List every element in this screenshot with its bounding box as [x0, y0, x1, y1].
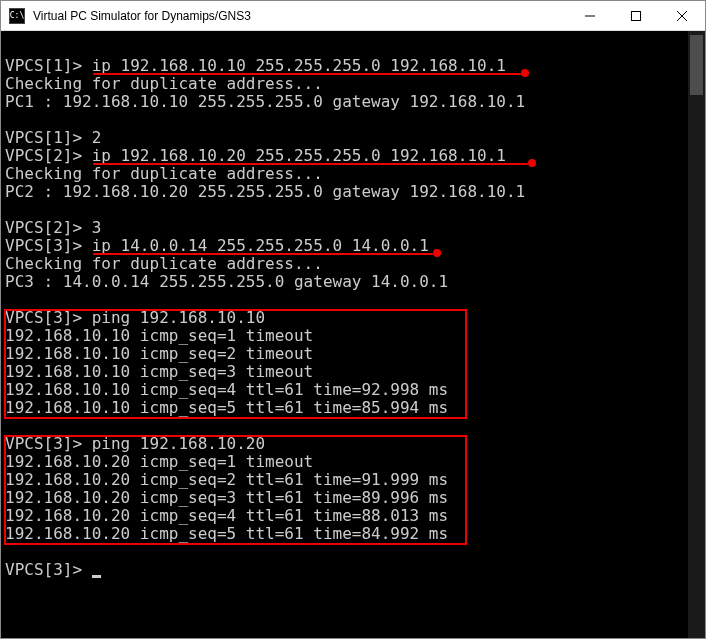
terminal-line: PC1 : 192.168.10.10 255.255.255.0 gatewa… — [5, 93, 684, 111]
terminal-line: Checking for duplicate address... — [5, 165, 684, 183]
close-icon — [677, 11, 687, 21]
terminal-line: 192.168.10.20 icmp_seq=3 ttl=61 time=89.… — [5, 489, 684, 507]
terminal-line: PC2 : 192.168.10.20 255.255.255.0 gatewa… — [5, 183, 684, 201]
window-controls — [567, 1, 705, 30]
terminal-line: VPCS[3]> ping 192.168.10.20 — [5, 435, 684, 453]
cursor — [92, 575, 101, 578]
annotation-dot — [528, 159, 536, 167]
terminal-line — [5, 201, 684, 219]
terminal-line: 192.168.10.20 icmp_seq=2 ttl=61 time=91.… — [5, 471, 684, 489]
terminal-line: 192.168.10.10 icmp_seq=1 timeout — [5, 327, 684, 345]
terminal-line: VPCS[3]> ping 192.168.10.10 — [5, 309, 684, 327]
terminal-line: VPCS[3]> — [5, 561, 684, 579]
maximize-button[interactable] — [613, 1, 659, 30]
terminal-line — [5, 543, 684, 561]
window-titlebar: C:\ Virtual PC Simulator for Dynamips/GN… — [1, 1, 705, 31]
terminal-line: VPCS[2]> 3 — [5, 219, 684, 237]
minimize-icon — [585, 11, 595, 21]
annotation-underline — [93, 253, 433, 255]
terminal-area: VPCS[1]> ip 192.168.10.10 255.255.255.0 … — [1, 31, 705, 638]
annotation-dot — [521, 69, 529, 77]
app-icon: C:\ — [9, 8, 25, 24]
terminal-line: 192.168.10.10 icmp_seq=3 timeout — [5, 363, 684, 381]
terminal-line — [5, 111, 684, 129]
terminal-line: PC3 : 14.0.0.14 255.255.255.0 gateway 14… — [5, 273, 684, 291]
annotation-underline — [93, 73, 521, 75]
maximize-icon — [631, 11, 641, 21]
scrollbar-thumb[interactable] — [690, 35, 703, 95]
terminal-line — [5, 291, 684, 309]
terminal-line: 192.168.10.20 icmp_seq=5 ttl=61 time=84.… — [5, 525, 684, 543]
scrollbar[interactable] — [688, 31, 705, 638]
terminal-line: 192.168.10.10 icmp_seq=5 ttl=61 time=85.… — [5, 399, 684, 417]
minimize-button[interactable] — [567, 1, 613, 30]
annotation-dot — [433, 249, 441, 257]
annotation-underline — [93, 163, 528, 165]
terminal-line: 192.168.10.20 icmp_seq=4 ttl=61 time=88.… — [5, 507, 684, 525]
window-title: Virtual PC Simulator for Dynamips/GNS3 — [33, 9, 567, 23]
terminal-line: 192.168.10.20 icmp_seq=1 timeout — [5, 453, 684, 471]
svg-rect-1 — [632, 11, 641, 20]
close-button[interactable] — [659, 1, 705, 30]
terminal-line: Checking for duplicate address... — [5, 75, 684, 93]
terminal-line: 192.168.10.10 icmp_seq=2 timeout — [5, 345, 684, 363]
terminal-line: Checking for duplicate address... — [5, 255, 684, 273]
terminal-line — [5, 417, 684, 435]
terminal-line: VPCS[1]> 2 — [5, 129, 684, 147]
terminal-line — [5, 39, 684, 57]
terminal-line: 192.168.10.10 icmp_seq=4 ttl=61 time=92.… — [5, 381, 684, 399]
terminal-output[interactable]: VPCS[1]> ip 192.168.10.10 255.255.255.0 … — [1, 31, 688, 638]
